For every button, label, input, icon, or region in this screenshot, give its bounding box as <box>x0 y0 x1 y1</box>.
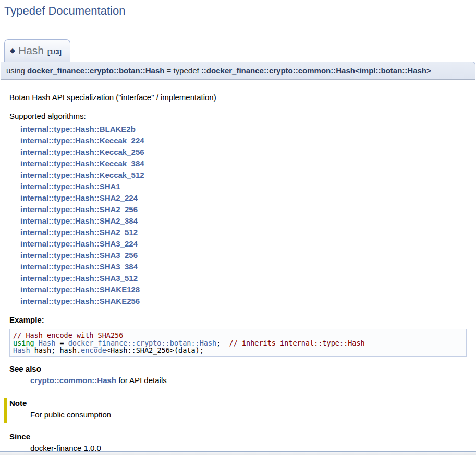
note-label: Note <box>9 399 467 408</box>
algorithm-list-item: internal::type::Hash::SHA2_384 <box>20 215 467 227</box>
code-token-plain: ; <box>216 339 229 347</box>
see-also-label: See also <box>9 364 467 374</box>
member-title-tab: ◆Hash[1/3] <box>4 39 70 62</box>
declaration-name: docker_finance::crypto::botan::Hash <box>27 66 164 75</box>
code-line: using Hash = docker_finance::crypto::bot… <box>13 339 463 347</box>
algorithm-link[interactable]: internal::type::Hash::SHA2_512 <box>20 228 138 237</box>
code-token-plain: <Hash::SHA2_256>(data); <box>106 346 204 354</box>
algorithm-list-item: internal::type::Hash::SHA1 <box>20 181 467 192</box>
algorithm-list-item: internal::type::Hash::SHA2_224 <box>20 192 467 204</box>
see-also-section: See also crypto::common::Hash for API de… <box>9 364 467 385</box>
algorithm-list: internal::type::Hash::BLAKE2binternal::t… <box>20 124 467 307</box>
algorithm-link[interactable]: internal::type::Hash::Keccak_512 <box>20 170 144 179</box>
algorithm-link[interactable]: internal::type::Hash::SHA2_384 <box>20 216 138 225</box>
member-name: Hash <box>18 44 44 56</box>
algorithm-list-item: internal::type::Hash::BLAKE2b <box>20 124 467 135</box>
page-title: Typedef Documentation <box>0 3 476 21</box>
member-documentation: Botan Hash API specialization ("interfac… <box>1 80 475 455</box>
algorithm-list-item: internal::type::Hash::SHA3_224 <box>20 238 467 250</box>
algorithm-link[interactable]: internal::type::Hash::SHA2_224 <box>20 193 138 202</box>
code-line: // Hash encode with SHA256 <box>13 331 463 339</box>
declaration-connector: = typedef <box>164 66 201 75</box>
algorithm-list-item: internal::type::Hash::SHAKE256 <box>20 296 467 307</box>
note-text: For public consumption <box>30 410 467 420</box>
algorithm-link[interactable]: internal::type::Hash::Keccak_224 <box>20 136 144 145</box>
algorithm-link[interactable]: internal::type::Hash::SHAKE128 <box>20 285 140 294</box>
example-label: Example: <box>9 315 467 325</box>
see-also-suffix: for API details <box>116 376 167 385</box>
algorithm-link[interactable]: internal::type::Hash::SHA3_224 <box>20 239 138 248</box>
algorithm-link[interactable]: internal::type::Hash::Keccak_384 <box>20 159 144 168</box>
algorithm-list-item: internal::type::Hash::Keccak_512 <box>20 169 467 181</box>
code-token-comment: // inherits internal::type::Hash <box>229 339 365 347</box>
declaration-keyword: using <box>6 66 27 75</box>
permalink-diamond-icon[interactable]: ◆ <box>10 46 15 54</box>
algorithm-link[interactable]: internal::type::Hash::SHA3_256 <box>20 251 138 260</box>
since-label: Since <box>9 432 467 441</box>
code-token-plain: hash; hash. <box>30 346 81 354</box>
algorithm-link[interactable]: internal::type::Hash::SHA1 <box>20 182 120 191</box>
member-description: Botan Hash API specialization ("interfac… <box>9 93 467 102</box>
algorithm-list-item: internal::type::Hash::SHA3_512 <box>20 273 467 284</box>
member-overload-count: [1/3] <box>47 48 62 56</box>
footer-gradient-bar <box>0 451 476 455</box>
algorithm-list-item: internal::type::Hash::SHA3_256 <box>20 250 467 261</box>
see-also-link[interactable]: crypto::common::Hash <box>30 376 116 385</box>
algorithm-list-item: internal::type::Hash::SHA2_256 <box>20 204 467 215</box>
algorithm-list-item: internal::type::Hash::Keccak_224 <box>20 135 467 146</box>
code-example-block: // Hash encode with SHA256using Hash = d… <box>9 329 467 357</box>
algorithm-list-item: internal::type::Hash::Keccak_384 <box>20 158 467 169</box>
algorithm-list-item: internal::type::Hash::SHA2_512 <box>20 227 467 238</box>
typedef-hash-member: ◆Hash[1/3] using docker_finance::crypto:… <box>1 39 475 455</box>
code-symbol-link[interactable]: Hash <box>13 346 30 354</box>
algorithm-list-item: internal::type::Hash::Keccak_256 <box>20 146 467 158</box>
code-symbol-link[interactable]: encode <box>81 346 106 354</box>
algorithm-link[interactable]: internal::type::Hash::SHA3_384 <box>20 262 138 271</box>
declaration-type: ::docker_finance::crypto::common::Hash<i… <box>201 66 431 75</box>
algorithm-link[interactable]: internal::type::Hash::BLAKE2b <box>20 125 136 133</box>
algorithm-link[interactable]: internal::type::Hash::SHA3_512 <box>20 274 138 282</box>
algorithm-link[interactable]: internal::type::Hash::SHAKE256 <box>20 297 140 305</box>
since-section: Since docker-finance 1.0.0 <box>9 432 467 453</box>
algorithm-link[interactable]: internal::type::Hash::SHA2_256 <box>20 205 138 214</box>
member-declaration-bar: using docker_finance::crypto::botan::Has… <box>1 62 475 80</box>
supported-algorithms-label: Supported algorithms: <box>9 112 467 121</box>
note-section: Note For public consumption <box>4 398 467 423</box>
see-also-content: crypto::common::Hash for API details <box>30 376 467 385</box>
code-line: Hash hash; hash.encode<Hash::SHA2_256>(d… <box>13 347 463 354</box>
algorithm-list-item: internal::type::Hash::SHAKE128 <box>20 284 467 296</box>
algorithm-link[interactable]: internal::type::Hash::Keccak_256 <box>20 147 144 156</box>
algorithm-list-item: internal::type::Hash::SHA3_384 <box>20 261 467 273</box>
